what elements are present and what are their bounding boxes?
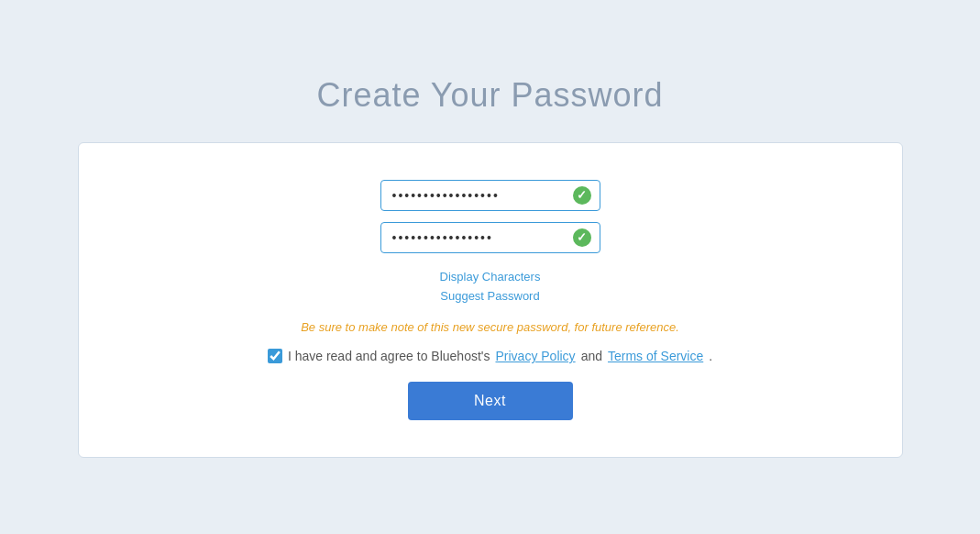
display-characters-link[interactable]: Display Characters (440, 268, 541, 287)
password-field-1-wrapper (380, 180, 600, 211)
next-button[interactable]: Next (408, 382, 573, 420)
privacy-policy-link[interactable]: Privacy Policy (495, 349, 575, 363)
agreement-text-before: I have read and agree to Bluehost's (288, 349, 490, 363)
agreement-row: I have read and agree to Bluehost's Priv… (268, 349, 712, 363)
password-field-2-wrapper (380, 222, 600, 253)
password-input-2[interactable] (380, 222, 600, 253)
password-input-1[interactable] (380, 180, 600, 211)
agreement-text-middle: and (581, 349, 602, 363)
password-links: Display Characters Suggest Password (440, 268, 541, 306)
agreement-text-after: . (709, 349, 712, 363)
terms-of-service-link[interactable]: Terms of Service (608, 349, 703, 363)
warning-text: Be sure to make note of this new secure … (301, 320, 679, 334)
password-card: Display Characters Suggest Password Be s… (78, 142, 903, 459)
suggest-password-link[interactable]: Suggest Password (440, 287, 539, 306)
password-1-check-icon (573, 186, 591, 205)
password-2-check-icon (573, 228, 591, 247)
agreement-checkbox[interactable] (268, 349, 282, 363)
page-title: Create Your Password (316, 76, 663, 115)
